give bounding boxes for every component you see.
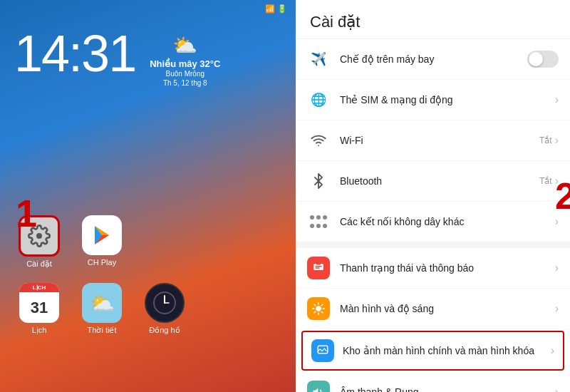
display-icon [307, 297, 330, 320]
weather-icon: ⛅ [172, 33, 197, 57]
sim-chevron: › [555, 93, 559, 106]
sound-label: Âm thanh & Rung [340, 386, 552, 392]
sound-chevron: › [555, 386, 559, 392]
wallpaper-icon [311, 339, 334, 362]
settings-item-sound[interactable]: Âm thanh & Rung › [296, 372, 570, 392]
settings-item-display[interactable]: Màn hình và độ sáng › [296, 289, 570, 329]
status-bar: 📶 🔋 [0, 0, 296, 14]
svg-point-7 [318, 145, 319, 146]
clock-display: 14:31 [14, 28, 135, 79]
svg-point-11 [316, 306, 321, 311]
clock-area: 14:31 ⛅ Nhiều mây 32°C Buôn Mrông Th 5, … [0, 14, 296, 88]
other-conn-label: Các kết nối không dây khác [340, 215, 552, 228]
settings-label: Cài đặt [26, 259, 52, 269]
clock-app[interactable]: Đồng hồ [140, 283, 190, 335]
bluetooth-status: Tắt [539, 176, 552, 186]
weather-desc: Buôn Mrông [166, 69, 204, 78]
wifi-label: Wi-Fi [340, 134, 534, 147]
settings-item-wifi[interactable]: Wi-Fi Tắt › [296, 120, 570, 161]
settings-item-sim[interactable]: 🌐 Thẻ SIM & mạng di động › [296, 80, 570, 120]
display-label: Màn hình và độ sáng [340, 302, 552, 315]
svg-rect-10 [316, 267, 320, 269]
wifi-chevron: › [555, 134, 559, 147]
weather-widget: ⛅ Nhiều mây 32°C Buôn Mrông Th 5, 12 thg… [150, 28, 220, 88]
toggle-knob [529, 52, 543, 66]
settings-title: Cài đặt [296, 0, 570, 39]
weather-app-label: Thời tiết [88, 326, 117, 335]
bluetooth-icon [307, 170, 330, 192]
calendar-app[interactable]: LỊCH 31 Lịch [14, 283, 64, 335]
wallpaper-chevron: › [551, 344, 554, 357]
sim-label: Thẻ SIM & mạng di động [340, 93, 552, 106]
notification-label: Thanh trạng thái và thông báo [340, 262, 552, 274]
wifi-status: Tắt [539, 135, 552, 145]
divider-1 [296, 242, 570, 248]
settings-panel: Cài đặt ✈️ Chế độ trên máy bay 🌐 Thẻ SIM… [296, 0, 570, 392]
settings-item-airplane[interactable]: ✈️ Chế độ trên máy bay [296, 39, 570, 80]
svg-rect-9 [316, 266, 322, 267]
play-app[interactable]: CH Play [77, 215, 127, 269]
weather-temp: Nhiều mây 32°C [150, 58, 220, 69]
bluetooth-label: Bluetooth [340, 175, 534, 187]
settings-list: ✈️ Chế độ trên máy bay 🌐 Thẻ SIM & mạng … [296, 39, 570, 392]
wifi-icon [307, 129, 330, 152]
other-conn-icon [307, 210, 330, 233]
play-label: CH Play [88, 258, 116, 267]
phone-screen: 📶 🔋 14:31 ⛅ Nhiều mây 32°C Buôn Mrông Th… [0, 0, 296, 392]
notification-icon [307, 257, 330, 279]
sim-icon: 🌐 [307, 88, 330, 111]
weather-date: Th 5, 12 thg 8 [163, 78, 207, 88]
wallpaper-label: Kho ảnh màn hình chính và màn hình khóa [343, 344, 548, 357]
step-number-1: 1 [16, 191, 37, 235]
calendar-label: Lịch [32, 326, 47, 335]
settings-item-wallpaper[interactable]: Kho ảnh màn hình chính và màn hình khóa … [301, 331, 564, 371]
app-row-1: Cài đặt [14, 215, 281, 269]
clock-label: Đồng hồ [149, 326, 180, 335]
sound-icon [307, 381, 330, 392]
settings-item-other-conn[interactable]: Các kết nối không dây khác › [296, 202, 570, 242]
app-grid: Cài đặt [0, 215, 296, 349]
display-chevron: › [555, 302, 559, 315]
app-row-2: LỊCH 31 Lịch ⛅ Thời tiết [14, 283, 281, 335]
step-number-2: 2 [555, 175, 570, 217]
settings-item-notification[interactable]: Thanh trạng thái và thông báo › [296, 248, 570, 289]
airplane-toggle[interactable] [527, 51, 559, 68]
weather-app[interactable]: ⛅ Thời tiết [77, 283, 127, 335]
airplane-label: Chế độ trên máy bay [340, 53, 522, 66]
notification-chevron: › [555, 262, 559, 274]
airplane-icon: ✈️ [307, 48, 330, 71]
settings-item-bluetooth[interactable]: Bluetooth Tắt › [296, 161, 570, 202]
